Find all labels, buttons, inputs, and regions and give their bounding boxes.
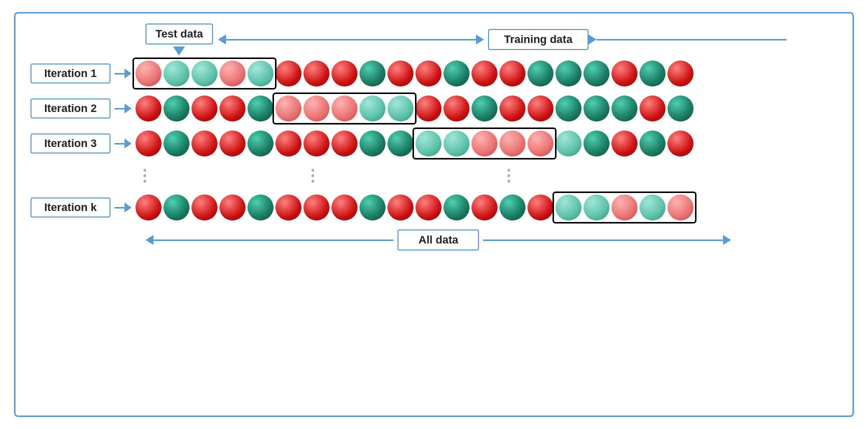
continuation-dots: ⋮ — [304, 168, 322, 184]
training-arrow-tail — [596, 39, 786, 40]
ball — [388, 130, 414, 156]
ball — [556, 130, 582, 156]
ball — [472, 194, 498, 220]
continuation-dots: ⋮ — [136, 168, 154, 184]
test-data-arrow-down — [173, 46, 185, 56]
ball — [220, 96, 246, 122]
ball — [360, 194, 386, 220]
ball — [360, 96, 386, 122]
ball — [304, 60, 330, 86]
iteration-2-row: Iteration 2 — [30, 96, 838, 122]
training-data-label: Training data — [488, 29, 588, 50]
ball — [500, 60, 526, 86]
iter1-arrow — [114, 68, 132, 78]
ball — [276, 96, 302, 122]
ball — [444, 96, 470, 122]
test-data-label: Test data — [146, 24, 213, 44]
iterk-arrow — [114, 202, 132, 212]
ball — [388, 194, 414, 220]
ball — [164, 194, 190, 220]
all-data-arrow-left — [146, 235, 154, 245]
ball — [388, 96, 414, 122]
ball — [360, 130, 386, 156]
ball — [668, 60, 694, 86]
iter3-balls — [136, 130, 694, 156]
ball — [556, 194, 582, 220]
ball — [164, 130, 190, 156]
ball — [528, 130, 554, 156]
rows-area: Iteration 1 Iteration 2 Iteration 3 — [30, 60, 838, 220]
ball — [640, 130, 666, 156]
ball — [640, 194, 666, 220]
ball — [416, 130, 442, 156]
ball — [472, 60, 498, 86]
ball — [528, 60, 554, 86]
training-arrow-right — [588, 34, 596, 44]
ball — [472, 130, 498, 156]
ball — [612, 96, 638, 122]
ball — [668, 194, 694, 220]
all-data-line-right — [483, 240, 723, 241]
ball — [248, 130, 274, 156]
ball — [416, 194, 442, 220]
ball — [220, 194, 246, 220]
ball — [444, 194, 470, 220]
h-arrow-line — [226, 39, 476, 40]
arrow-left-head — [218, 34, 226, 44]
iteration-3-label: Iteration 3 — [30, 134, 110, 154]
ball — [192, 96, 218, 122]
dots-row: ⋮⋮⋮ — [128, 166, 838, 186]
ball — [164, 96, 190, 122]
iteration-1-label: Iteration 1 — [30, 64, 110, 84]
ball — [388, 60, 414, 86]
continuation-dots: ⋮ — [500, 168, 518, 184]
ball — [584, 194, 610, 220]
ball — [304, 194, 330, 220]
ball — [612, 60, 638, 86]
ball — [332, 194, 358, 220]
iteration-k-row: Iteration k — [30, 194, 838, 220]
ball — [668, 96, 694, 122]
ball — [500, 194, 526, 220]
all-data-arrow-right — [723, 235, 731, 245]
ball — [192, 60, 218, 86]
all-data-line-left — [154, 240, 394, 241]
ball — [584, 60, 610, 86]
ball — [192, 130, 218, 156]
ball — [248, 96, 274, 122]
ball — [136, 130, 162, 156]
ball — [276, 130, 302, 156]
ball — [612, 194, 638, 220]
ball — [332, 130, 358, 156]
diagram-container: Test data Training data Iteration 1 — [14, 12, 854, 417]
iteration-2-label: Iteration 2 — [30, 98, 110, 118]
iter3-arrow — [114, 138, 132, 148]
ball — [500, 96, 526, 122]
ball — [136, 60, 162, 86]
ball — [444, 130, 470, 156]
ball — [556, 60, 582, 86]
top-labels-row: Test data Training data — [146, 24, 838, 56]
ball — [332, 60, 358, 86]
iterk-balls — [136, 194, 694, 220]
ball — [248, 60, 274, 86]
ball — [416, 60, 442, 86]
ball — [444, 60, 470, 86]
ball — [640, 96, 666, 122]
iter2-balls — [136, 96, 694, 122]
ball — [556, 96, 582, 122]
test-data-block: Test data — [146, 24, 213, 56]
bottom-row: All data — [146, 230, 838, 250]
ball — [220, 60, 246, 86]
ball — [192, 194, 218, 220]
ball — [528, 96, 554, 122]
h-arrow-container: Training data — [218, 29, 786, 50]
all-data-label: All data — [398, 230, 479, 250]
ball — [304, 130, 330, 156]
ball — [360, 60, 386, 86]
ball — [332, 96, 358, 122]
iteration-k-label: Iteration k — [30, 198, 110, 218]
ball — [612, 130, 638, 156]
iteration-3-row: Iteration 3 — [30, 130, 838, 156]
ball — [640, 60, 666, 86]
